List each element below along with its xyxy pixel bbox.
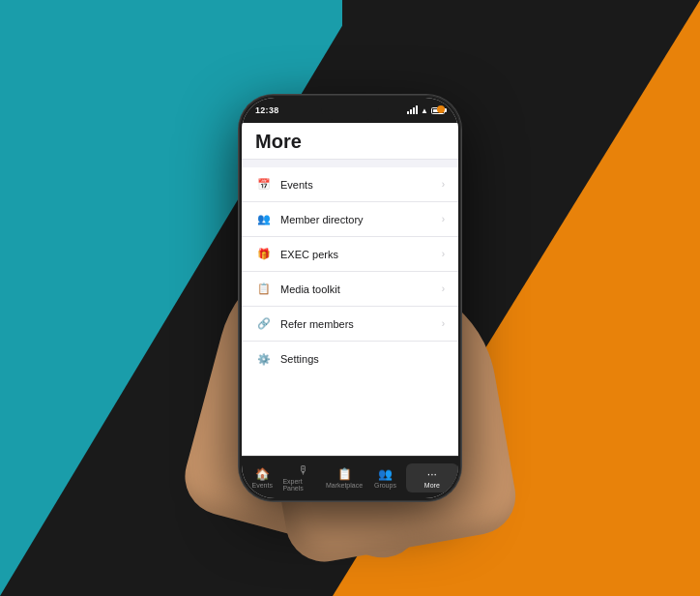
member-directory-icon: 👥 — [255, 211, 273, 228]
settings-icon: ⚙️ — [255, 350, 273, 368]
phone-notch — [321, 103, 379, 120]
menu-item-settings[interactable]: ⚙️ Settings — [242, 342, 458, 376]
member-directory-label: Member directory — [280, 214, 442, 225]
events-label: Events — [280, 179, 442, 191]
nav-item-events[interactable]: 🏠 Events — [242, 463, 282, 492]
phone-body: 12:38 ▲ — [239, 95, 461, 501]
nav-more-label: More — [424, 482, 440, 489]
menu-item-member-directory[interactable]: 👥 Member directory › — [242, 202, 458, 237]
nav-events-label: Events — [252, 482, 273, 489]
menu-item-exec-perks[interactable]: 🎁 EXEC perks › — [242, 237, 458, 272]
media-toolkit-label: Media toolkit — [280, 283, 442, 295]
exec-perks-chevron: › — [442, 249, 445, 259]
nav-groups-icon: 👥 — [378, 467, 393, 481]
exec-perks-icon: 🎁 — [255, 246, 273, 263]
nav-expert-panels-icon: 🎙 — [298, 463, 309, 477]
phone-wrapper: 12:38 ▲ — [239, 75, 461, 521]
phone-screen: 12:38 ▲ — [242, 98, 458, 498]
signal-bar-1 — [407, 111, 409, 114]
status-time: 12:38 — [255, 105, 279, 115]
nav-item-more[interactable]: ··· More — [406, 463, 458, 492]
events-icon: 📅 — [255, 176, 273, 194]
nav-groups-label: Groups — [374, 482, 396, 489]
refer-members-icon: 🔗 — [255, 315, 273, 333]
refer-members-label: Refer members — [280, 318, 442, 330]
nav-item-expert-panels[interactable]: 🎙 Expert Panels — [282, 460, 323, 495]
page-title: More — [255, 131, 302, 152]
signal-bar-2 — [410, 109, 412, 114]
nav-marketplace-icon: 📋 — [337, 467, 352, 481]
refer-members-chevron: › — [442, 318, 445, 329]
bottom-nav: 🏠 Events 🎙 Expert Panels 📋 Marketplace 👥… — [242, 456, 458, 498]
member-directory-chevron: › — [442, 214, 445, 224]
battery-tip — [445, 108, 447, 112]
settings-label: Settings — [280, 353, 445, 365]
menu-item-media-toolkit[interactable]: 📋 Media toolkit › — [242, 272, 458, 307]
media-toolkit-icon: 📋 — [255, 281, 273, 298]
nav-more-icon: ··· — [427, 467, 437, 481]
menu-item-refer-members[interactable]: 🔗 Refer members › — [242, 307, 458, 342]
nav-expert-panels-label: Expert Panels — [282, 478, 323, 492]
nav-marketplace-label: Marketplace — [326, 482, 363, 489]
nav-events-icon: 🏠 — [255, 467, 270, 481]
events-chevron: › — [442, 179, 445, 190]
nav-item-marketplace[interactable]: 📋 Marketplace — [324, 463, 365, 492]
signal-bar-4 — [416, 105, 418, 114]
page-title-bar: More — [242, 123, 458, 160]
menu-list: 📅 Events › 👥 Member directory › 🎁 EXEC p… — [242, 167, 458, 456]
menu-item-events[interactable]: 📅 Events › — [242, 167, 458, 202]
wifi-icon: ▲ — [421, 106, 428, 115]
nav-item-groups[interactable]: 👥 Groups — [365, 463, 405, 492]
app-content: More 📅 Events › 👥 Member directory › — [242, 123, 458, 456]
signal-bars — [407, 106, 418, 114]
media-toolkit-chevron: › — [442, 283, 445, 294]
signal-bar-3 — [413, 107, 415, 114]
exec-perks-label: EXEC perks — [280, 249, 442, 260]
